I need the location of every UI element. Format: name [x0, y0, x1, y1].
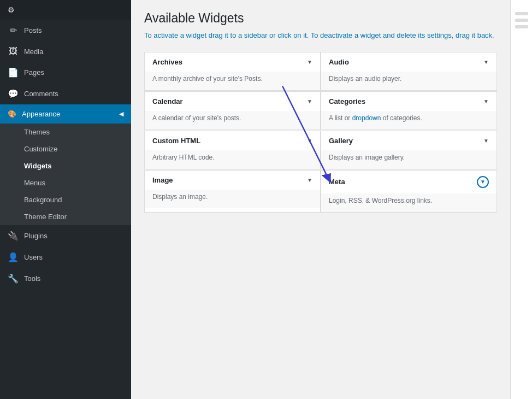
- widget-meta-header[interactable]: Meta ▼: [321, 171, 496, 193]
- plugins-icon: 🔌: [8, 231, 19, 241]
- sidebar-item-theme-editor[interactable]: Theme Editor: [0, 208, 131, 225]
- widget-categories-header[interactable]: Categories ▼: [321, 92, 496, 111]
- widget-archives-header[interactable]: Archives ▼: [145, 52, 320, 72]
- widget-custom-html-header[interactable]: Custom HTML ▼: [145, 131, 320, 150]
- widget-gallery-header[interactable]: Gallery ▼: [321, 131, 496, 150]
- posts-label: Posts: [24, 26, 42, 34]
- widget-audio-title: Audio: [329, 58, 349, 66]
- widget-audio-header[interactable]: Audio ▼: [321, 52, 496, 72]
- page-description: To activate a widget drag it to a sideba…: [144, 30, 497, 41]
- widget-gallery-desc: Displays an image gallery.: [321, 150, 496, 169]
- sidebar-item-customize[interactable]: Customize: [0, 140, 131, 157]
- widget-categories: Categories ▼ A list or dropdown of categ…: [321, 91, 497, 130]
- sidebar-item-background[interactable]: Background: [0, 191, 131, 208]
- widget-calendar-chevron: ▼: [307, 98, 312, 104]
- widget-image-title: Image: [152, 176, 173, 184]
- widget-calendar-desc: A calendar of your site's posts.: [145, 111, 320, 130]
- widget-categories-chevron: ▼: [483, 98, 489, 104]
- right-panel-line-2: [515, 19, 528, 22]
- pages-icon: 📄: [8, 67, 19, 78]
- widget-custom-html-chevron: ▼: [307, 138, 312, 144]
- sidebar-nav-plugins[interactable]: 🔌 Plugins: [0, 225, 131, 247]
- widget-archives-chevron: ▼: [307, 59, 312, 65]
- right-panel: [510, 0, 532, 399]
- widget-audio: Audio ▼ Displays an audio player.: [321, 52, 497, 91]
- widget-calendar: Calendar ▼ A calendar of your site's pos…: [144, 91, 321, 130]
- widget-meta-title: Meta: [329, 178, 345, 186]
- sidebar-nav-comments[interactable]: 💬 Comments: [0, 83, 131, 104]
- media-icon: 🖼: [8, 46, 19, 56]
- sidebar-logo: ⚙: [0, 0, 131, 20]
- wp-icon: ⚙: [8, 5, 15, 14]
- comments-label: Comments: [24, 90, 58, 98]
- media-label: Media: [24, 48, 43, 56]
- widget-archives-title: Archives: [152, 58, 182, 66]
- widget-gallery-title: Gallery: [329, 137, 353, 145]
- widget-image-desc: Displays an image.: [145, 190, 320, 208]
- appearance-arrow: ◀: [119, 110, 123, 118]
- plugins-label: Plugins: [24, 232, 48, 240]
- sidebar-item-menus[interactable]: Menus: [0, 174, 131, 191]
- pages-label: Pages: [24, 68, 44, 77]
- sidebar: ⚙ ✏ Posts 🖼 Media 📄 Pages 💬 Comments 🎨 A…: [0, 0, 131, 399]
- posts-icon: ✏: [8, 25, 19, 36]
- tools-label: Tools: [24, 274, 40, 283]
- widget-archives-desc: A monthly archive of your site's Posts.: [145, 72, 320, 90]
- widget-calendar-header[interactable]: Calendar ▼: [145, 92, 320, 111]
- content-area: Available Widgets To activate a widget d…: [131, 0, 510, 399]
- main-content: Available Widgets To activate a widget d…: [131, 0, 510, 399]
- widget-image: Image ▼ Displays an image.: [144, 170, 321, 213]
- widget-archives: Archives ▼ A monthly archive of your sit…: [144, 52, 321, 91]
- widgets-grid: Archives ▼ A monthly archive of your sit…: [144, 52, 497, 213]
- appearance-label: Appearance: [22, 110, 60, 118]
- right-panel-line-3: [515, 25, 528, 28]
- widget-categories-title: Categories: [329, 97, 365, 105]
- appearance-header[interactable]: 🎨 Appearance ◀: [0, 104, 131, 124]
- sidebar-nav-users[interactable]: 👤 Users: [0, 247, 131, 268]
- widget-meta: Meta ▼ Login, RSS, & WordPress.org links…: [321, 170, 497, 213]
- widget-gallery: Gallery ▼ Displays an image gallery.: [321, 131, 497, 169]
- users-icon: 👤: [8, 252, 19, 262]
- tools-icon: 🔧: [8, 273, 19, 284]
- sidebar-nav-media[interactable]: 🖼 Media: [0, 41, 131, 62]
- sidebar-nav-pages[interactable]: 📄 Pages: [0, 62, 131, 83]
- widget-gallery-chevron: ▼: [483, 138, 489, 144]
- widget-categories-desc: A list or dropdown of categories.: [321, 111, 496, 130]
- categories-dropdown-link[interactable]: dropdown: [352, 114, 381, 122]
- widget-custom-html: Custom HTML ▼ Arbitrary HTML code.: [144, 131, 321, 169]
- widget-calendar-title: Calendar: [152, 97, 183, 105]
- page-title: Available Widgets: [144, 11, 497, 26]
- comments-icon: 💬: [8, 89, 19, 99]
- appearance-icon: 🎨: [8, 110, 16, 118]
- widget-audio-desc: Displays an audio player.: [321, 72, 496, 90]
- users-label: Users: [24, 253, 43, 261]
- appearance-submenu: Themes Customize Widgets Menus Backgroun…: [0, 124, 131, 225]
- right-panel-line-1: [515, 12, 528, 15]
- widget-meta-chevron: ▼: [477, 176, 489, 188]
- sidebar-item-widgets[interactable]: Widgets: [0, 157, 131, 174]
- widget-image-header[interactable]: Image ▼: [145, 171, 320, 190]
- widget-custom-html-title: Custom HTML: [152, 137, 200, 145]
- appearance-section: 🎨 Appearance ◀ Themes Customize Widgets …: [0, 104, 131, 225]
- widget-custom-html-desc: Arbitrary HTML code.: [145, 150, 320, 169]
- sidebar-nav-tools[interactable]: 🔧 Tools: [0, 268, 131, 289]
- widget-meta-desc: Login, RSS, & WordPress.org links.: [321, 193, 496, 212]
- sidebar-nav-posts[interactable]: ✏ Posts: [0, 20, 131, 41]
- widget-audio-chevron: ▼: [483, 59, 489, 65]
- sidebar-item-themes[interactable]: Themes: [0, 124, 131, 140]
- widget-image-chevron: ▼: [307, 177, 312, 183]
